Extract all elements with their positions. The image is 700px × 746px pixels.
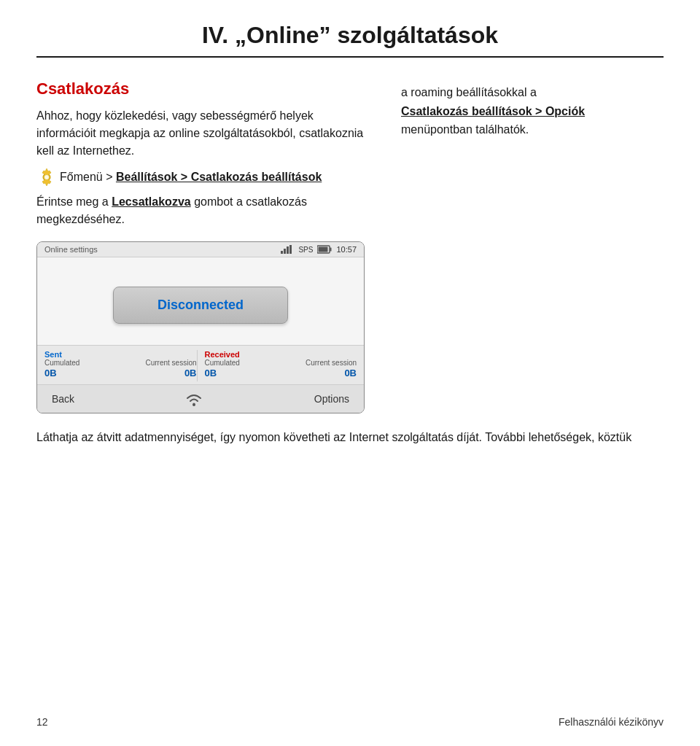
phone-time: 10:57 [336, 245, 357, 254]
svg-point-1 [44, 175, 50, 180]
phone-status-bar: Online settings SPS [37, 242, 364, 257]
svg-rect-3 [284, 249, 286, 254]
phone-bottom-bar: Back Options [37, 384, 364, 413]
bottom-paragraph: Láthatja az átvitt adatmennyiséget, így … [36, 428, 664, 447]
svg-rect-2 [281, 251, 283, 254]
sent-session-value: 0B [184, 368, 197, 378]
sent-cumulated-label: Cumulated [44, 359, 79, 367]
page-footer: 12 Felhasználói kézikönyv [36, 716, 664, 728]
menu-settings-link: Beállítások > Csatlakozás beállítások [116, 171, 322, 183]
intro-paragraph: Ahhoz, hogy közlekedési, vagy sebességmé… [36, 107, 372, 160]
right-text: a roaming beállításokkal a Csatlakozás b… [401, 83, 664, 139]
sent-label: Sent [44, 350, 197, 359]
battery-icon [317, 245, 332, 254]
phone-signal-text: SPS [298, 246, 313, 254]
received-cumulated-label: Cumulated [205, 359, 240, 367]
sent-session-label: Current session [145, 359, 196, 367]
received-label: Received [205, 350, 357, 359]
received-session-value: 0B [344, 368, 357, 378]
svg-rect-8 [319, 247, 328, 252]
csatlakozas-link: Csatlakozás beállítások > Opciók [401, 105, 585, 117]
sent-values: 0B 0B [44, 368, 197, 378]
phone-status-title: Online settings [44, 245, 98, 254]
right-text-1: a roaming beállításokkal a [401, 86, 537, 98]
gear-icon [36, 167, 57, 187]
options-button[interactable]: Options [314, 393, 349, 405]
svg-point-9 [192, 403, 195, 406]
menu-path-line: Főmenü > Beállítások > Csatlakozás beáll… [36, 167, 372, 187]
touch-instruction: Érintse meg a Lecsatlakozva gombot a csa… [36, 193, 372, 228]
footer-page-number: 12 [36, 716, 48, 728]
phone-main-area: Disconnected [37, 257, 364, 345]
received-cumulated-value: 0B [205, 368, 217, 378]
signal-icon [281, 245, 294, 254]
lecsatlakozva-link: Lecsatlakozva [112, 195, 191, 208]
back-button[interactable]: Back [52, 393, 74, 405]
phone-status-right: SPS 10:57 [281, 245, 357, 254]
phone-stats-area: Sent Cumulated Current session 0B 0B [37, 345, 364, 384]
left-column: Csatlakozás Ahhoz, hogy közlekedési, vag… [36, 79, 372, 413]
sent-stats: Sent Cumulated Current session 0B 0B [44, 350, 197, 381]
phone-mockup: Online settings SPS [36, 241, 365, 413]
content-columns: Csatlakozás Ahhoz, hogy közlekedési, vag… [36, 79, 664, 413]
right-text-2: menüpontban találhatók. [401, 123, 529, 136]
menu-path-text: Főmenü > Beállítások > Csatlakozás beáll… [60, 168, 322, 186]
received-stats: Received Cumulated Current session 0B 0B [197, 350, 357, 381]
sent-sub-labels: Cumulated Current session [44, 359, 197, 367]
disconnected-button[interactable]: Disconnected [113, 287, 288, 324]
right-column: a roaming beállításokkal a Csatlakozás b… [401, 79, 664, 139]
page-title: IV. „Online” szolgáltatások [36, 22, 664, 58]
received-session-label: Current session [306, 359, 357, 367]
section-heading: Csatlakozás [36, 79, 372, 98]
svg-rect-5 [289, 245, 292, 254]
stats-section: Sent Cumulated Current session 0B 0B [44, 350, 357, 381]
wifi-icon [184, 391, 204, 407]
sent-cumulated-value: 0B [44, 368, 57, 378]
page-container: IV. „Online” szolgáltatások Csatlakozás … [0, 0, 700, 746]
footer-handbook-title: Felhasználói kézikönyv [559, 716, 664, 728]
svg-rect-7 [330, 248, 332, 252]
received-sub-labels: Cumulated Current session [205, 359, 357, 367]
svg-rect-4 [287, 246, 289, 254]
received-values: 0B 0B [205, 368, 357, 378]
